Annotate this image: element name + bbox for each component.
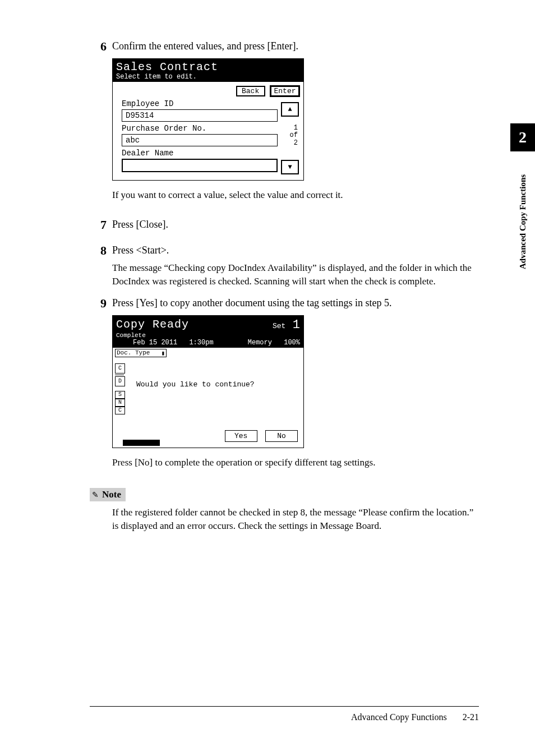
yes-button[interactable]: Yes [225, 430, 257, 442]
step-number: 6 [90, 39, 112, 54]
bottom-tab [123, 440, 160, 445]
down-icon: ▼ [288, 163, 292, 171]
time-label: 1:30pm [189, 339, 213, 347]
step-9-note: Press [No] to complete the operation or … [112, 456, 479, 469]
step-text: Press [Yes] to copy another document usi… [112, 296, 479, 310]
step-number: 9 [90, 296, 112, 311]
note-text: If the registered folder cannot be check… [112, 506, 479, 533]
side-s-icon[interactable]: S [115, 391, 125, 399]
po-label: Purchase Order No. [122, 124, 300, 133]
lcd2-header: Copy Ready Set 1 Complete Feb 15 2011 1:… [113, 316, 303, 348]
enter-button[interactable]: Enter [270, 85, 300, 97]
step-7: 7 Press [Close]. [90, 218, 479, 232]
footer-page: 2-21 [463, 712, 479, 722]
set-label: Set [273, 322, 285, 330]
step-text: Confirm the entered values, and press [E… [112, 39, 479, 53]
step-text: Press <Start>. [112, 243, 479, 257]
lcd-header: Sales Contract Select item to edit. [113, 59, 303, 82]
employee-id-label: Employee ID [122, 99, 300, 108]
page-of: of [290, 132, 298, 139]
page-footer: Advanced Copy Functions 2-21 [90, 706, 479, 722]
lcd2-title: Copy Ready [116, 318, 189, 331]
side-icons: C D S N C [115, 363, 125, 416]
dealer-label: Dealer Name [122, 149, 300, 158]
memory-label: Memory [248, 339, 272, 347]
page-total: 2 [290, 140, 298, 147]
employee-id-field[interactable]: D95314 [122, 109, 278, 122]
lcd-sales-contract: Sales Contract Select item to edit. Back… [112, 58, 304, 181]
scroll-up-button[interactable]: ▲ [281, 102, 299, 117]
complete-label: Complete [116, 332, 300, 339]
side-n-icon[interactable]: N [115, 399, 125, 407]
note-label: Note [102, 489, 121, 500]
continue-prompt: Would you like to continue? [136, 380, 255, 389]
step-6: 6 Confirm the entered values, and press … [90, 39, 479, 54]
page-indicator: 1 of 2 [290, 125, 298, 147]
dealer-field[interactable] [122, 159, 278, 172]
doc-type-tab[interactable]: Doc. Type ▮ [115, 349, 167, 357]
po-field[interactable]: abc [122, 134, 278, 146]
note-box: ✎ Note [90, 488, 126, 501]
side-d-icon[interactable]: D [115, 376, 125, 386]
set-number: 1 [293, 318, 300, 332]
footer-section: Advanced Copy Functions [351, 712, 447, 722]
memory-pct: 100% [284, 339, 300, 347]
close-icon: ▮ [161, 349, 165, 357]
step-number: 7 [90, 218, 112, 232]
date-label: Feb 15 2011 [133, 339, 177, 347]
lcd-title: Sales Contract [116, 61, 300, 73]
lcd-copy-ready: Copy Ready Set 1 Complete Feb 15 2011 1:… [112, 315, 304, 448]
up-icon: ▲ [288, 105, 292, 113]
step-number: 8 [90, 243, 112, 258]
step-6-note: If you want to correct a value, select t… [112, 188, 479, 202]
lcd-subtitle: Select item to edit. [116, 73, 300, 81]
step-9: 9 Press [Yes] to copy another document u… [90, 296, 479, 311]
side-c-icon[interactable]: C [115, 363, 125, 374]
scroll-down-button[interactable]: ▼ [281, 160, 299, 174]
step-8-note: The message “Checking copy DocIndex Avai… [112, 261, 479, 288]
back-button[interactable]: Back [236, 86, 265, 96]
no-button[interactable]: No [265, 430, 298, 442]
side-c2-icon[interactable]: C [115, 407, 125, 414]
step-8: 8 Press <Start>. [90, 243, 479, 258]
note-icon: ✎ [92, 491, 99, 499]
step-text: Press [Close]. [112, 218, 479, 232]
